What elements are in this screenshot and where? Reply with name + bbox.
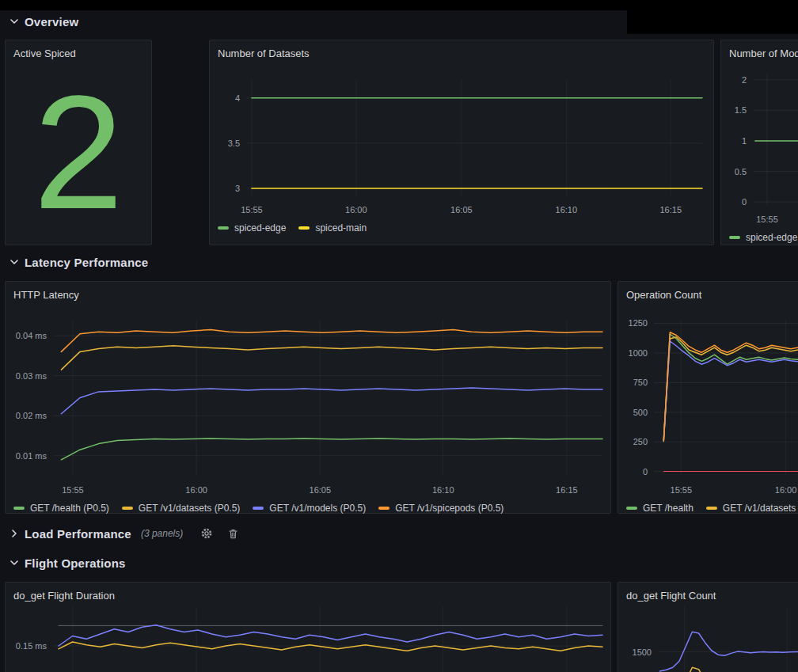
top-bar <box>0 0 798 10</box>
x-axis-label: 16:10 <box>432 485 454 495</box>
chart-canvas[interactable] <box>53 320 602 476</box>
series-line <box>61 388 602 414</box>
legend-series-color <box>626 507 637 510</box>
y-axis-label: 0 <box>618 467 648 476</box>
y-axis-label: 3 <box>210 184 240 193</box>
panel-number-of-models: Number of Models 21.510.5015:5516:00spic… <box>720 40 798 245</box>
legend-series-color <box>378 507 390 510</box>
x-axis-label: 16:10 <box>556 205 578 215</box>
chevron-right-icon <box>10 529 19 538</box>
chart-legend: GET /health (P0.5)GET /v1/datasets (P0.5… <box>13 503 504 514</box>
chart-legend: spiced-edgespiced-main <box>729 232 798 243</box>
chart-canvas[interactable] <box>53 606 602 672</box>
stat-value: 2 <box>6 67 151 235</box>
legend-item[interactable]: GET /v1/datasets (P0.5) <box>122 503 241 514</box>
y-axis-label: 1 <box>721 136 747 146</box>
y-axis-label: 4 <box>210 93 240 103</box>
y-axis-label: 1000 <box>618 348 648 358</box>
legend-item[interactable]: GET /v1/datasets <box>706 503 796 514</box>
section-load-performance[interactable]: Load Performance (3 panels) <box>10 524 239 543</box>
x-axis-label: 16:00 <box>185 485 207 495</box>
y-axis-label: 1.5 <box>721 105 747 115</box>
chevron-down-icon <box>10 558 19 568</box>
x-axis-label: 16:15 <box>659 205 682 215</box>
panel-title[interactable]: Operation Count <box>626 289 701 301</box>
legend-item[interactable]: spiced-edge <box>729 232 797 243</box>
section-settings-button[interactable] <box>200 527 213 540</box>
y-axis-label: 250 <box>618 437 648 446</box>
x-axis-label: 15:55 <box>62 485 84 495</box>
chevron-down-icon <box>10 17 19 26</box>
panel-title[interactable]: HTTP Latency <box>13 289 79 301</box>
section-latency-performance[interactable]: Latency Performance <box>10 252 148 271</box>
panel-title[interactable]: do_get Flight Count <box>626 590 716 602</box>
chart-canvas[interactable] <box>658 606 798 672</box>
series-line <box>663 341 798 441</box>
section-flight-operations[interactable]: Flight Operations <box>10 553 126 572</box>
y-axis-label: 0.01 ms <box>6 451 47 461</box>
legend-series-color <box>218 226 229 230</box>
panel-count-note: (3 panels) <box>141 528 183 539</box>
section-label: Latency Performance <box>25 256 148 269</box>
y-axis-label: 0.5 <box>721 167 747 177</box>
panel-title[interactable]: do_get Flight Duration <box>13 590 115 602</box>
x-axis-label: 16:00 <box>775 485 797 495</box>
panel-http-latency: HTTP Latency 0.04 ms0.03 ms0.02 ms0.01 m… <box>5 281 611 514</box>
y-axis-label: 0 <box>721 197 747 207</box>
legend-label: spiced-edge <box>234 222 286 233</box>
series-line <box>59 625 602 646</box>
panel-title[interactable]: Number of Datasets <box>218 47 310 59</box>
y-axis-label: 500 <box>618 408 648 417</box>
panel-title[interactable]: Active Spiced <box>13 47 76 59</box>
legend-series-color <box>13 507 25 510</box>
legend-item[interactable]: spiced-edge <box>218 222 286 233</box>
legend-item[interactable]: spiced-main <box>298 222 367 233</box>
x-axis-label: 16:00 <box>345 205 367 215</box>
series-line <box>659 632 798 671</box>
legend-label: GET /v1/models (P0.5) <box>269 503 366 514</box>
series-line <box>61 439 602 460</box>
top-right-black-area <box>627 10 798 34</box>
y-axis-label: 750 <box>618 378 648 387</box>
x-axis-label: 16:05 <box>310 485 332 495</box>
x-axis-label: 15:55 <box>756 215 778 224</box>
y-axis-label: 3.5 <box>210 139 240 148</box>
x-axis-label: 15:55 <box>241 205 263 215</box>
panel-doget-flight-duration: do_get Flight Duration 0.15 ms15:5516:00… <box>5 582 611 672</box>
y-axis-label: 2 <box>721 75 747 85</box>
legend-label: GET /v1/datasets <box>723 503 796 514</box>
legend-item[interactable]: GET /v1/spicepods (P0.5) <box>378 503 504 514</box>
legend-series-color <box>706 507 717 510</box>
chart-canvas[interactable] <box>246 80 702 196</box>
y-axis-label: 0.03 ms <box>6 371 47 381</box>
series-line <box>659 667 798 672</box>
legend-label: spiced-main <box>315 222 367 233</box>
x-axis-label: 16:05 <box>450 205 473 215</box>
legend-series-color <box>729 236 740 239</box>
chart-canvas[interactable] <box>654 320 798 476</box>
y-axis-label: 1500 <box>618 647 652 657</box>
series-line <box>59 642 602 651</box>
series-line <box>61 346 602 370</box>
legend-label: GET /v1/spicepods (P0.5) <box>395 503 504 514</box>
grafana-dashboard: Overview Active Spiced 2 Number of Datas… <box>0 0 798 672</box>
section-overview[interactable]: Overview <box>10 12 78 31</box>
panel-number-of-datasets: Number of Datasets 43.5315:5516:0016:051… <box>209 40 714 245</box>
legend-label: GET /v1/datasets (P0.5) <box>139 503 241 514</box>
section-label: Flight Operations <box>25 556 126 570</box>
section-label: Overview <box>25 15 78 28</box>
panel-title[interactable]: Number of Models <box>729 47 798 59</box>
y-axis-label: 0.02 ms <box>6 411 47 420</box>
y-axis-label: 0.15 ms <box>6 641 47 651</box>
legend-item[interactable]: GET /v1/models (P0.5) <box>253 503 366 514</box>
section-delete-button[interactable] <box>227 528 239 540</box>
chevron-down-icon <box>10 257 19 267</box>
legend-item[interactable]: GET /health <box>626 503 694 514</box>
series-line <box>663 334 798 439</box>
legend-label: GET /health (P0.5) <box>30 503 109 514</box>
trash-icon <box>227 528 239 540</box>
legend-item[interactable]: GET /health (P0.5) <box>13 503 109 514</box>
chart-canvas[interactable] <box>753 74 798 205</box>
panel-doget-flight-count: do_get Flight Count 150015:5516:00 <box>618 582 798 672</box>
chart-legend: spiced-edgespiced-main <box>218 222 367 233</box>
